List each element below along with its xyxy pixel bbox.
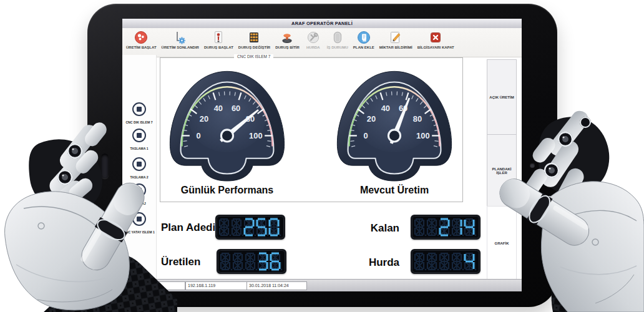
gauge-hub [221,130,233,142]
camera-dot-icon [530,163,535,168]
toolbar-label: DURUŞ BAŞLAT [204,46,233,49]
sidebar-item-cnc-yatay-islem-1[interactable]: CNC YATAY ISLEM 1 [122,212,156,234]
toolbar-button-bilgisayari-kapat[interactable]: BİLGİSAYARI KAPAT [416,30,456,49]
machine-button-icon [132,157,147,174]
sidebar-item-taslama-2[interactable]: TASLAMA 2 [122,157,156,179]
sidebar-item-montaj[interactable]: MONTAJ [122,183,156,205]
toolbar-label: DURUŞ DEĞİŞTİR [238,46,270,49]
downtime-end-icon [280,30,295,45]
toolbar-label: DURUŞ BİTİR [275,46,300,49]
toolbar: ÜRETİM BAŞLAT ÜRETİM SONLANDIR DURUŞ BAŞ… [122,28,522,57]
gauge-title: Mevcut Üretim [329,185,460,196]
machine-button-icon [132,128,147,145]
sidebar-item-label: MONTAJ [132,202,146,205]
production-end-icon [173,30,188,45]
toolbar-label: MİKTAR BİLDİRİMİ [379,46,412,49]
svg-text:80: 80 [413,114,422,124]
shutdown-icon [428,30,443,45]
svg-text:60: 60 [232,104,240,113]
uretilen-display [217,248,286,275]
sidebar-item-label: TASLAMA 2 [130,175,148,179]
svg-text:0: 0 [197,131,201,140]
sidebar-item-label: CNC DIK ISLEM 7 [125,120,152,124]
title-bar: ARAF OPERATÖR PANELİ [122,19,522,29]
tab-label: AÇIK ÜRETİM [489,95,514,99]
add-plan-icon [356,30,371,45]
quantity-report-icon [388,30,403,45]
bezel-slot [101,154,109,178]
downtime-change-icon [246,30,261,45]
svg-text:20: 20 [367,114,376,124]
machine-button-icon [132,183,147,200]
sidebar-item-label: TASLAMA 1 [130,147,148,150]
groupbox-caption: CNC DIK ISLEM 7 [234,54,273,59]
toolbar-button-hurda: HURDA [303,30,323,49]
toolbar-button-is-durumu: İŞ DURUMU [326,30,349,49]
status-ip-field: 192.168.1.119 [185,281,248,290]
toolbar-label: ÜRETİM SONLANDIR [162,46,199,49]
toolbar-button-uretim-baslat[interactable]: ÜRETİM BAŞLAT [125,30,158,49]
tab-label: GRAFİK [495,241,509,245]
plan-adedi-label: Plan Adedi [161,222,215,234]
gauge-gunluk-performans: 020406080100 [162,62,293,182]
production-start-icon [134,30,149,45]
toolbar-button-durus-degistir[interactable]: DURUŞ DEĞİŞTİR [237,30,271,49]
gauge-mevcut-uretim: 020406080100 [329,62,460,182]
window-title: ARAF OPERATÖR PANELİ [291,21,353,26]
status-bar: ALFX 192.168.1.119 30.01.2018 11:04:24 [122,279,522,291]
scene: ARAF OPERATÖR PANELİ ÜRETİM BAŞLAT ÜRETİ… [0,0,644,312]
tab-acik-uretim[interactable]: AÇIK ÜRETİM [487,59,517,135]
sidebar-item-taslama-1[interactable]: TASLAMA 1 [122,128,156,150]
tab-grafik[interactable]: GRAFİK [487,206,517,281]
toolbar-label: BİLGİSAYARI KAPAT [417,46,454,49]
sidebar-item-cnc-dik-islem-7[interactable]: CNC DIK ISLEM 7 [122,102,156,124]
toolbar-label: HURDA [306,46,320,49]
svg-text:40: 40 [214,104,223,113]
toolbar-label: PLAN EKLE [353,46,374,49]
hurda-label: Hurda [331,256,399,269]
scrap-icon [306,30,321,45]
sidebar-item-label: CNC YATAY ISLEM 1 [124,230,155,234]
toolbar-button-durus-bitir[interactable]: DURUŞ BİTİR [274,30,301,49]
svg-text:100: 100 [416,131,429,140]
status-operator-field: ALFX [126,281,185,290]
machine-button-icon [132,212,147,229]
hurda-display [411,248,481,275]
gauge-title: Günlük Performans [162,185,293,196]
toolbar-button-durus-baslat[interactable]: DURUŞ BAŞLAT [203,30,235,49]
app-window: ARAF OPERATÖR PANELİ ÜRETİM BAŞLAT ÜRETİ… [122,19,522,291]
tablet: ARAF OPERATÖR PANELİ ÜRETİM BAŞLAT ÜRETİ… [87,4,557,307]
toolbar-button-uretim-sonlandir[interactable]: ÜRETİM SONLANDIR [160,30,200,49]
toolbar-label: ÜRETİM BAŞLAT [126,46,157,49]
tab-plandaki-isler[interactable]: PLANDAKİ İŞLER [487,134,517,207]
machine-button-icon [132,102,147,119]
toolbar-button-miktar-bildirimi[interactable]: MİKTAR BİLDİRİMİ [378,30,414,49]
svg-text:0: 0 [364,131,368,140]
gauge-hub [388,130,400,142]
knuckle-rings [53,144,82,210]
tab-label: PLANDAKİ İŞLER [487,167,516,175]
toolbar-button-plan-ekle[interactable]: PLAN EKLE [352,30,376,49]
svg-text:100: 100 [249,131,262,140]
svg-text:40: 40 [381,104,390,113]
plan-adedi-display [215,213,285,241]
kalan-label: Kalan [331,222,399,235]
toolbar-label: İŞ DURUMU [327,46,348,49]
downtime-start-icon [211,30,226,45]
sleeve [552,253,644,312]
status-datetime-field: 30.01.2018 11:04:24 [246,281,307,290]
uretilen-label: Üretilen [161,256,200,268]
machine-panel-groupbox: CNC DIK ISLEM 7 020406080100 02040608010… [160,57,463,202]
svg-text:20: 20 [200,114,208,124]
machine-sidebar: CNC DIK ISLEM 7 TASLAMA 1 TASLAMA 2 MONT… [122,55,157,280]
kalan-display [411,213,481,241]
job-status-icon [330,30,345,45]
